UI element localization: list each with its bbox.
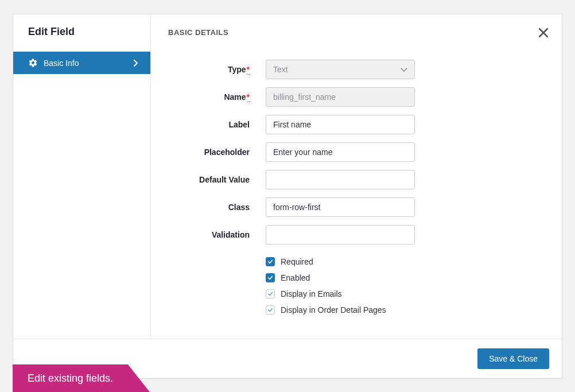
- required-mark: *: [247, 65, 250, 75]
- row-name: Name*: [168, 87, 545, 107]
- check-icon: [267, 275, 273, 281]
- save-close-button[interactable]: Save & Close: [477, 348, 549, 369]
- row-default-value: Default Value: [168, 170, 545, 189]
- label-input[interactable]: [266, 115, 415, 134]
- row-validation: Validation: [168, 225, 545, 244]
- required-checkbox[interactable]: [266, 257, 275, 266]
- row-placeholder: Placeholder: [168, 142, 545, 162]
- label-label: Label: [168, 120, 266, 129]
- type-select-value: Text: [273, 65, 288, 74]
- row-label: Label: [168, 115, 545, 134]
- row-display-order-detail: Display in Order Detail Pages: [266, 305, 545, 315]
- check-icon: [267, 291, 273, 297]
- label-type-text: Type: [228, 65, 246, 74]
- label-name: Name*: [168, 92, 266, 102]
- row-required: Required: [266, 257, 545, 266]
- enabled-checkbox[interactable]: [266, 273, 275, 282]
- control-placeholder: [266, 142, 415, 162]
- control-default-value: [266, 170, 415, 189]
- sidebar-item-label: Basic Info: [44, 59, 133, 68]
- control-validation: [266, 225, 415, 244]
- check-icon: [267, 307, 273, 313]
- placeholder-input[interactable]: [266, 142, 415, 162]
- section-title: BASIC DETAILS: [168, 28, 545, 37]
- label-class: Class: [168, 203, 266, 212]
- required-mark: *: [247, 92, 250, 102]
- enabled-label: Enabled: [281, 273, 310, 282]
- sidebar-title: Edit Field: [28, 26, 135, 38]
- modal-body: Edit Field Basic Info BASIC DETAILS Type…: [13, 14, 562, 339]
- required-label: Required: [281, 257, 313, 266]
- annotation-text: Edit existing fields.: [13, 364, 128, 392]
- row-enabled: Enabled: [266, 273, 545, 282]
- label-validation: Validation: [168, 230, 266, 239]
- chevron-down-icon: [401, 65, 407, 74]
- sidebar-header: Edit Field: [13, 14, 150, 52]
- label-type: Type*: [168, 65, 266, 74]
- check-icon: [267, 259, 273, 265]
- display-emails-checkbox[interactable]: [266, 289, 275, 298]
- validation-input[interactable]: [266, 225, 415, 244]
- close-icon: [538, 28, 549, 38]
- annotation-callout: Edit existing fields.: [13, 364, 150, 392]
- gear-icon: [28, 58, 38, 68]
- row-display-emails: Display in Emails: [266, 289, 545, 298]
- class-input[interactable]: [266, 197, 415, 217]
- control-label: [266, 115, 415, 134]
- control-name: [266, 87, 415, 107]
- default-value-input[interactable]: [266, 170, 415, 189]
- chevron-right-icon: [133, 60, 139, 67]
- sidebar: Edit Field Basic Info: [13, 14, 151, 339]
- sidebar-item-basic-info[interactable]: Basic Info: [13, 52, 150, 74]
- row-type: Type* Text: [168, 60, 545, 79]
- label-name-text: Name: [224, 92, 246, 102]
- annotation-tail: [128, 364, 150, 392]
- type-select[interactable]: Text: [266, 60, 415, 79]
- name-input[interactable]: [266, 87, 415, 107]
- close-button[interactable]: [537, 26, 550, 40]
- display-order-detail-checkbox[interactable]: [266, 305, 275, 315]
- main-panel: BASIC DETAILS Type* Text Name*: [151, 14, 562, 339]
- edit-field-modal: Edit Field Basic Info BASIC DETAILS Type…: [13, 14, 562, 379]
- label-placeholder: Placeholder: [168, 148, 266, 157]
- control-type: Text: [266, 60, 415, 79]
- control-class: [266, 197, 415, 217]
- display-order-detail-label: Display in Order Detail Pages: [281, 305, 386, 315]
- label-default-value: Default Value: [168, 175, 266, 184]
- row-class: Class: [168, 197, 545, 217]
- display-emails-label: Display in Emails: [281, 289, 342, 298]
